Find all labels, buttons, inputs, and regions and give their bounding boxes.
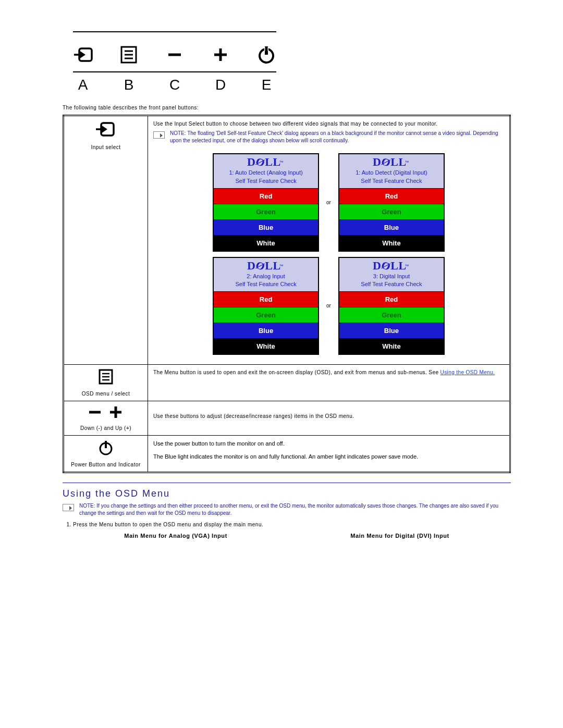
dell-logo: DØLL	[247, 260, 281, 272]
dell-logo: DØLL	[247, 156, 281, 168]
power-icon	[256, 45, 276, 65]
fp-label-b: B	[119, 77, 139, 93]
fp-label-e: E	[256, 77, 276, 93]
osd-menu-caption: OSD menu / select	[69, 391, 142, 397]
fp-label-a: A	[73, 77, 93, 93]
bar-blue: Blue	[214, 323, 318, 338]
bar-white: White	[214, 235, 318, 251]
plus-icon	[211, 45, 230, 65]
bar-green: Green	[214, 204, 318, 219]
stbox2-line1: 1: Auto Detect (Digital Input)	[339, 169, 444, 177]
stbox1-line1: 1: Auto Detect (Analog Input)	[214, 169, 318, 177]
power-icon	[69, 440, 142, 456]
stbox4-line1: 3: Digital Input	[339, 273, 444, 280]
bar-red: Red	[214, 291, 318, 307]
note-icon	[63, 504, 74, 511]
menu-icon	[119, 45, 139, 65]
dell-logo: DØLL	[373, 260, 407, 272]
dell-logo: DØLL	[373, 156, 407, 168]
bar-red: Red	[214, 188, 318, 204]
power-line2: The Blue light indicates the monitor is …	[153, 453, 504, 461]
stbox4-line2: Self Test Feature Check	[339, 281, 444, 288]
bar-red: Red	[339, 291, 444, 307]
self-test-box-3: DØLL™ 2: Analog Input Self Test Feature …	[213, 257, 319, 355]
bar-white: White	[339, 338, 444, 354]
input-select-note: NOTE: The floating 'Dell Self-test Featu…	[170, 130, 504, 144]
stbox1-line2: Self Test Feature Check	[214, 178, 318, 185]
bar-white: White	[214, 338, 318, 354]
osd-note: NOTE: If you change the settings and the…	[79, 502, 511, 516]
down-up-desc: Use these buttons to adjust (decrease/in…	[153, 405, 504, 427]
main-menu-digital-label: Main Menu for Digital (DVI) Input	[350, 533, 449, 539]
self-test-box-2: DØLL™ 1: Auto Detect (Digital Input) Sel…	[338, 153, 445, 252]
note-icon	[153, 131, 165, 139]
input-select-icon	[73, 45, 93, 65]
down-up-caption: Down (-) and Up (+)	[69, 425, 142, 431]
using-osd-heading: Using the OSD Menu	[63, 488, 511, 499]
front-panel-table: Input select Use the Input Select button…	[63, 115, 511, 473]
fp-label-d: D	[211, 77, 230, 93]
input-select-icon	[69, 120, 142, 139]
stbox2-line2: Self Test Feature Check	[339, 178, 444, 185]
power-caption: Power Button and Indicator	[69, 462, 142, 467]
bar-blue: Blue	[214, 219, 318, 235]
bar-blue: Blue	[339, 219, 444, 235]
bar-green: Green	[339, 307, 444, 323]
osd-menu-desc: The Menu button is used to open and exit…	[153, 369, 440, 375]
or-label: or	[324, 151, 333, 254]
bar-red: Red	[339, 188, 444, 204]
or-label: or	[324, 255, 333, 357]
osd-step-1: Press the Menu button to open the OSD me…	[73, 522, 511, 527]
section-divider	[63, 483, 511, 483]
bar-green: Green	[339, 204, 444, 219]
power-line1: Use the power button to turn the monitor…	[153, 440, 504, 448]
input-select-caption: Input select	[69, 144, 142, 150]
stbox3-line2: Self Test Feature Check	[214, 281, 318, 288]
main-menu-analog-label: Main Menu for Analog (VGA) Input	[124, 533, 227, 539]
self-test-box-4: DØLL™ 3: Digital Input Self Test Feature…	[338, 257, 445, 355]
bar-white: White	[339, 235, 444, 251]
minus-plus-icon	[69, 405, 142, 420]
front-panel-diagram: A B C D E	[73, 31, 276, 93]
stbox3-line1: 2: Analog Input	[214, 273, 318, 280]
self-test-box-1: DØLL™ 1: Auto Detect (Analog Input) Self…	[213, 153, 319, 252]
intro-text: The following table describes the front …	[63, 105, 511, 110]
fp-label-c: C	[165, 77, 185, 93]
minus-icon	[165, 45, 185, 65]
bar-blue: Blue	[339, 323, 444, 338]
using-osd-menu-link[interactable]: Using the OSD Menu.	[440, 369, 495, 375]
bar-green: Green	[214, 307, 318, 323]
self-test-dialogs: DØLL™ 1: Auto Detect (Analog Input) Self…	[207, 150, 450, 358]
input-select-desc: Use the Input Select button to choose be…	[153, 120, 504, 128]
menu-icon	[69, 369, 142, 386]
